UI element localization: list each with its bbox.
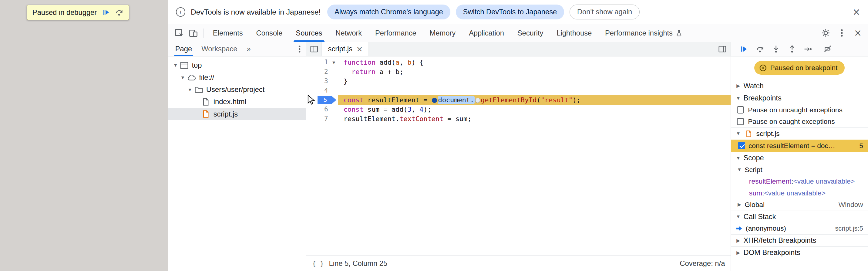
tab-security[interactable]: Security <box>511 24 550 41</box>
tree-item-label: script.js <box>214 110 238 118</box>
code-token: , <box>411 106 420 113</box>
expand-arrow-icon[interactable]: ▼ <box>172 62 179 68</box>
paused-icon <box>759 64 767 72</box>
gutter[interactable]: 4 <box>306 86 338 95</box>
line-number[interactable]: 1 <box>309 58 330 67</box>
gutter[interactable]: 2 <box>306 67 338 77</box>
code-token: ); <box>572 96 581 104</box>
tab-memory[interactable]: Memory <box>423 24 462 41</box>
breakpoint-code-snippet: const resultElement = doc… <box>748 142 856 150</box>
inline-breakpoint-marker[interactable] <box>432 98 437 102</box>
tab-application[interactable]: Application <box>462 24 511 41</box>
code-token: add( <box>375 59 396 66</box>
more-tabs-icon[interactable]: » <box>247 45 250 53</box>
tree-item-script-js[interactable]: script.js <box>168 108 306 120</box>
step-over-button[interactable] <box>752 42 768 56</box>
section-dom-breakpoints[interactable]: ▶ DOM Breakpoints <box>731 246 868 259</box>
line-number[interactable]: 6 <box>309 105 330 114</box>
editor-status-bar: { } Line 5, Column 25 Coverage: n/a <box>306 255 730 271</box>
section-breakpoints[interactable]: ▼ Breakpoints <box>731 92 868 104</box>
expanded-arrow-icon: ▼ <box>735 96 741 101</box>
checkbox-unchecked[interactable] <box>737 106 744 114</box>
tab-elements[interactable]: Elements <box>206 24 250 41</box>
close-devtools-icon[interactable]: × <box>851 26 865 40</box>
tree-item-index-html[interactable]: index.html <box>168 96 306 108</box>
call-stack-frame[interactable]: (anonymous) script.js:5 <box>731 223 868 234</box>
expand-arrow-icon[interactable]: ▼ <box>179 75 187 81</box>
gutter[interactable]: 3 <box>306 77 338 86</box>
navigator-menu-icon[interactable] <box>299 45 306 53</box>
resume-button[interactable] <box>736 42 752 56</box>
code-line-4: 4 <box>306 86 730 95</box>
gutter[interactable]: 6 <box>306 105 338 114</box>
tab-performance-insights[interactable]: Performance insights <box>598 24 689 41</box>
code-line-2: 2 return a + b; <box>306 67 730 77</box>
paused-banner-label: Paused in debugger <box>32 8 97 17</box>
toolbar-right-controls: × <box>819 26 868 40</box>
step-out-button[interactable] <box>784 42 800 56</box>
execution-breakpoint-marker[interactable]: 5 <box>317 96 336 104</box>
scope-variable: resultElement<value unavailable> <box>731 176 868 187</box>
section-call-stack[interactable]: ▼ Call Stack <box>731 211 868 223</box>
expand-arrow-icon[interactable]: ▼ <box>186 87 193 93</box>
resume-script-icon[interactable] <box>102 8 110 17</box>
device-toolbar-icon[interactable] <box>186 26 200 40</box>
navigator-tab-workspace[interactable]: Workspace <box>202 42 237 56</box>
expanded-arrow-icon: ▼ <box>735 131 741 136</box>
code-text: resultElement.textContent = sum; <box>338 114 730 123</box>
breakpoint-entry[interactable]: const resultElement = doc… 5 <box>731 140 868 152</box>
code-token: const <box>344 106 364 113</box>
inline-breakpoint-marker[interactable] <box>475 98 480 102</box>
fold-arrow-icon[interactable]: ▼ <box>330 58 338 67</box>
gutter[interactable]: 1▼ <box>306 58 338 67</box>
scope-global-group[interactable]: ▶ Global Window <box>731 199 868 210</box>
code-line-7: 7resultElement.textContent = sum; <box>306 114 730 123</box>
checkbox-unchecked[interactable] <box>737 118 744 125</box>
section-scope[interactable]: ▼ Scope <box>731 152 868 164</box>
tree-item-label: index.html <box>214 98 246 106</box>
section-watch[interactable]: ▶ Watch <box>731 80 868 92</box>
match-chrome-language-button[interactable]: Always match Chrome's language <box>327 5 450 20</box>
close-tab-icon[interactable]: × <box>356 45 363 53</box>
frame-icon <box>180 61 189 70</box>
tab-console[interactable]: Console <box>250 24 289 41</box>
cloud-icon <box>187 73 196 82</box>
code-text: function add(a, b) { <box>338 58 730 67</box>
toggle-debugger-sidebar-icon[interactable] <box>714 42 731 56</box>
frame-name: (anonymous) <box>746 224 786 233</box>
step-into-button[interactable] <box>768 42 784 56</box>
file-tab-script-js[interactable]: script.js × <box>322 42 368 56</box>
tree-item-project-folder[interactable]: ▼ Users/user/project <box>168 84 306 96</box>
toggle-navigator-icon[interactable] <box>306 42 322 56</box>
dismiss-infobar-button[interactable]: × <box>852 7 860 17</box>
line-number[interactable]: 7 <box>309 114 330 123</box>
tab-sources[interactable]: Sources <box>289 24 329 41</box>
tab-network[interactable]: Network <box>329 24 369 41</box>
deactivate-breakpoints-button[interactable] <box>820 42 836 56</box>
scope-script-group[interactable]: ▼ Script <box>731 164 868 175</box>
tree-item-top[interactable]: ▼ top <box>168 59 306 71</box>
collapsed-arrow-icon: ▶ <box>736 202 742 207</box>
tree-item-file-protocol[interactable]: ▼ file:// <box>168 71 306 84</box>
step-button[interactable] <box>800 42 816 56</box>
pause-caught-exceptions-option[interactable]: Pause on caught exceptions <box>731 116 868 127</box>
line-number[interactable]: 2 <box>309 67 330 77</box>
section-xhr-breakpoints[interactable]: ▶ XHR/fetch Breakpoints <box>731 234 868 246</box>
switch-to-japanese-button[interactable]: Switch DevTools to Japanese <box>456 5 564 20</box>
pause-uncaught-exceptions-option[interactable]: Pause on uncaught exceptions <box>731 104 868 116</box>
settings-gear-icon[interactable] <box>819 26 833 40</box>
breakpoint-file-group[interactable]: ▼ script.js <box>731 127 868 140</box>
inspect-element-icon[interactable] <box>173 26 187 40</box>
tab-performance[interactable]: Performance <box>369 24 423 41</box>
line-number[interactable]: 4 <box>309 86 330 95</box>
line-number[interactable]: 3 <box>309 77 330 86</box>
step-over-icon[interactable] <box>115 8 123 17</box>
code-line-6: 6const sum = add(3, 4); <box>306 105 730 114</box>
pretty-print-icon[interactable]: { } <box>312 260 324 267</box>
checkbox-checked[interactable] <box>738 142 745 149</box>
navigator-tab-page[interactable]: Page <box>175 42 192 56</box>
more-options-icon[interactable] <box>835 26 849 40</box>
tab-lighthouse[interactable]: Lighthouse <box>550 24 598 41</box>
gutter[interactable]: 7 <box>306 114 338 123</box>
dont-show-again-button[interactable]: Don't show again <box>569 5 640 20</box>
